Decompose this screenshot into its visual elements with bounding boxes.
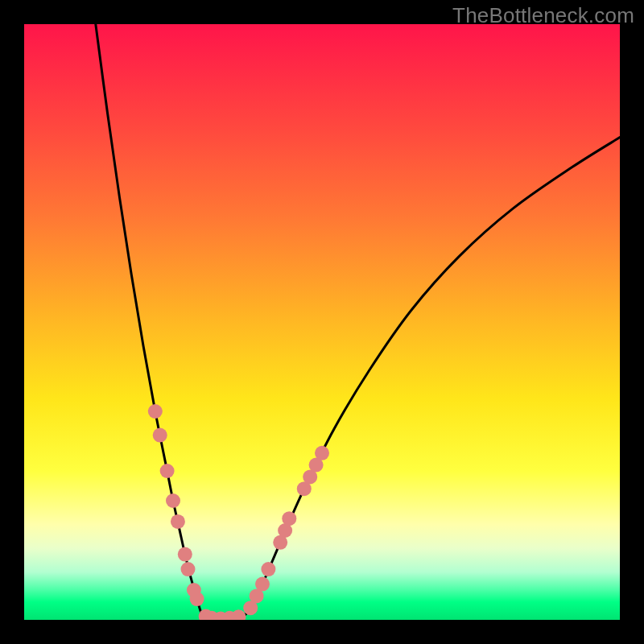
data-point — [261, 562, 275, 576]
data-point — [231, 609, 246, 620]
data-point — [181, 562, 196, 576]
data-point — [315, 446, 329, 460]
data-point — [153, 428, 167, 443]
bottleneck-curve — [96, 24, 620, 619]
data-point — [160, 464, 175, 478]
data-point — [148, 404, 163, 419]
series-group — [96, 24, 620, 619]
data-point — [255, 577, 270, 592]
data-point — [190, 592, 204, 606]
data-point — [166, 493, 180, 508]
plot-area — [24, 24, 620, 620]
data-point — [171, 514, 185, 529]
data-point — [282, 511, 296, 526]
data-point — [178, 547, 192, 562]
curve-layer — [24, 24, 620, 620]
chart-frame: TheBottleneck.com — [0, 0, 644, 644]
watermark-text: TheBottleneck.com — [452, 3, 634, 28]
